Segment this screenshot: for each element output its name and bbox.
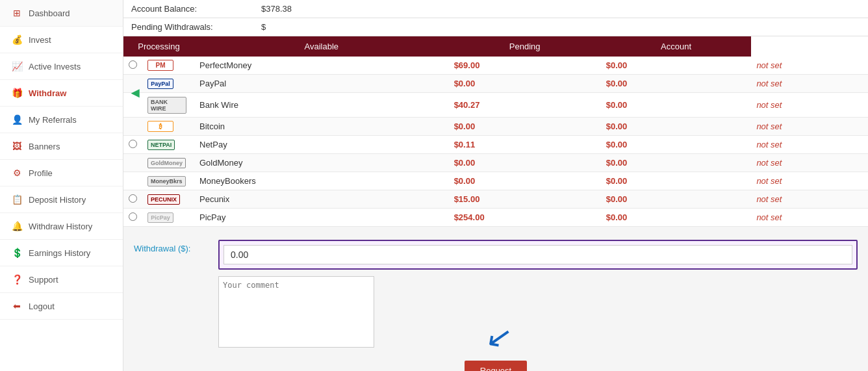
logo-cell: NETPAI — [142, 136, 194, 154]
logo-cell: PM — [142, 57, 194, 75]
sidebar-item-profile[interactable]: ⚙ Profile — [0, 160, 123, 186]
sidebar-item-label: Invest — [29, 35, 112, 45]
payment-name: MoneyBookers — [199, 176, 256, 186]
processing-amount: $0.00 — [449, 75, 601, 93]
sidebar-icon: 🎁 — [10, 86, 23, 99]
sidebar-item-earnings-history[interactable]: 💲 Earnings History — [0, 240, 123, 266]
submit-row: ↙ Request — [134, 354, 858, 371]
account-cell: not set — [751, 57, 868, 75]
payment-logo: ₿ — [147, 121, 173, 132]
sidebar-item-withdraw-history[interactable]: 🔔 Withdraw History — [0, 213, 123, 240]
sidebar-item-dashboard[interactable]: ⊞ Dashboard — [0, 0, 123, 27]
logo-cell: MoneyBkrs — [142, 172, 194, 190]
sidebar-icon: 🔔 — [10, 220, 23, 233]
account-balance-row: Account Balance: $378.38 — [123, 0, 868, 18]
available-amount: $0.00 — [601, 209, 752, 227]
comment-label — [134, 276, 218, 280]
processing-amount: $0.11 — [449, 136, 601, 154]
available-amount: $0.00 — [601, 172, 752, 190]
pending-label: Pending Withdrawals: — [131, 22, 261, 32]
account-cell: not set — [751, 136, 868, 154]
table-row: NETPAINetPay$0.11$0.00not set — [123, 136, 868, 154]
table-row: MoneyBkrsMoneyBookers$0.00$0.00not set — [123, 172, 868, 190]
payment-name-cell: PicPay — [194, 209, 449, 227]
payment-radio[interactable] — [129, 194, 137, 203]
table-row: PMPerfectMoney$69.00$0.00not set — [123, 57, 868, 75]
payment-radio[interactable] — [129, 60, 137, 69]
processing-amount: $254.00 — [449, 209, 601, 227]
sidebar-icon: 🖼 — [10, 140, 23, 153]
payment-logo: GoldMoney — [147, 158, 186, 168]
sidebar-item-banners[interactable]: 🖼 Banners — [0, 133, 123, 160]
available-amount: $0.00 — [601, 75, 752, 93]
sidebar-item-label: Active Invests — [29, 62, 112, 71]
account-not-set: not set — [756, 122, 782, 131]
sidebar-item-label: Withdraw History — [29, 222, 112, 231]
available-amount: $0.00 — [601, 57, 752, 75]
payment-radio[interactable] — [129, 140, 137, 148]
logo-cell: PECUNIX — [142, 190, 194, 209]
payment-name-cell: MoneyBookers — [194, 172, 449, 190]
request-button[interactable]: Request — [465, 361, 527, 371]
sidebar-item-invest[interactable]: 💰 Invest — [0, 27, 123, 53]
table-row: PicPayPicPay$254.00$0.00not set — [123, 209, 868, 227]
withdrawal-form: Withdrawal ($): ↙ Request — [123, 227, 868, 371]
logo-cell: PicPay — [142, 209, 194, 227]
sidebar-item-my-referrals[interactable]: 👤 My Referrals — [0, 107, 123, 133]
account-cell: not set — [751, 209, 868, 227]
sidebar-item-label: Earnings History — [29, 248, 112, 258]
sidebar-item-withdraw[interactable]: 🎁 Withdraw◄ — [0, 80, 123, 107]
sidebar-item-logout[interactable]: ⬅ Logout — [0, 293, 123, 320]
payment-logo: PM — [147, 60, 173, 71]
sidebar: ⊞ Dashboard💰 Invest📈 Active Invests🎁 Wit… — [0, 0, 123, 371]
radio-cell — [123, 136, 142, 154]
account-not-set: not set — [756, 194, 782, 204]
account-cell: not set — [751, 190, 868, 209]
withdrawal-input[interactable] — [223, 245, 852, 264]
sidebar-item-label: Support — [29, 275, 112, 285]
payment-name: Bitcoin — [199, 122, 225, 131]
payment-name-cell: Bank Wire — [194, 93, 449, 118]
payment-name: Pecunix — [199, 194, 229, 204]
sidebar-item-active-invests[interactable]: 📈 Active Invests — [0, 53, 123, 80]
sidebar-icon: 📈 — [10, 60, 23, 73]
payment-logo: MoneyBkrs — [147, 176, 186, 186]
table-row: PayPalPayPal$0.00$0.00not set — [123, 75, 868, 93]
payment-table: Processing Available Pending Account PMP… — [123, 36, 868, 227]
withdrawal-input-wrapper — [218, 240, 858, 270]
account-not-set: not set — [756, 212, 782, 222]
payment-name: PicPay — [199, 212, 225, 222]
sidebar-item-label: Deposit History — [29, 195, 112, 205]
payment-logo: NETPAI — [147, 140, 175, 150]
sidebar-icon: 💲 — [10, 246, 23, 259]
processing-amount: $0.00 — [449, 172, 601, 190]
col-available: Available — [194, 36, 449, 57]
available-amount: $0.00 — [601, 118, 752, 136]
table-row: BANK WIREBank Wire$40.27$0.00not set — [123, 93, 868, 118]
payment-radio[interactable] — [129, 212, 137, 221]
sidebar-icon: 👤 — [10, 113, 23, 126]
sidebar-item-label: My Referrals — [29, 115, 112, 125]
main-content: Account Balance: $378.38 Pending Withdra… — [123, 0, 868, 371]
sidebar-icon: ⚙ — [10, 166, 23, 179]
account-not-set: not set — [756, 140, 782, 149]
balance-label: Account Balance: — [131, 4, 261, 14]
sidebar-item-label: Withdraw — [29, 88, 112, 98]
withdrawal-label: Withdrawal ($): — [134, 240, 218, 253]
payment-name-cell: Pecunix — [194, 190, 449, 209]
account-cell: not set — [751, 118, 868, 136]
sidebar-item-deposit-history[interactable]: 📋 Deposit History — [0, 186, 123, 213]
account-not-set: not set — [756, 158, 782, 168]
col-pending: Pending — [449, 36, 601, 57]
radio-cell — [123, 209, 142, 227]
payment-name: GoldMoney — [199, 158, 242, 168]
comment-textarea[interactable] — [218, 276, 374, 348]
account-not-set: not set — [756, 60, 782, 70]
account-cell: not set — [751, 93, 868, 118]
col-account: Account — [601, 36, 752, 57]
processing-amount: $0.00 — [449, 118, 601, 136]
sidebar-item-support[interactable]: ❓ Support — [0, 266, 123, 293]
sidebar-item-label: Logout — [29, 301, 112, 311]
sidebar-icon: ⊞ — [10, 6, 23, 19]
logo-cell: BANK WIRE — [142, 93, 194, 118]
